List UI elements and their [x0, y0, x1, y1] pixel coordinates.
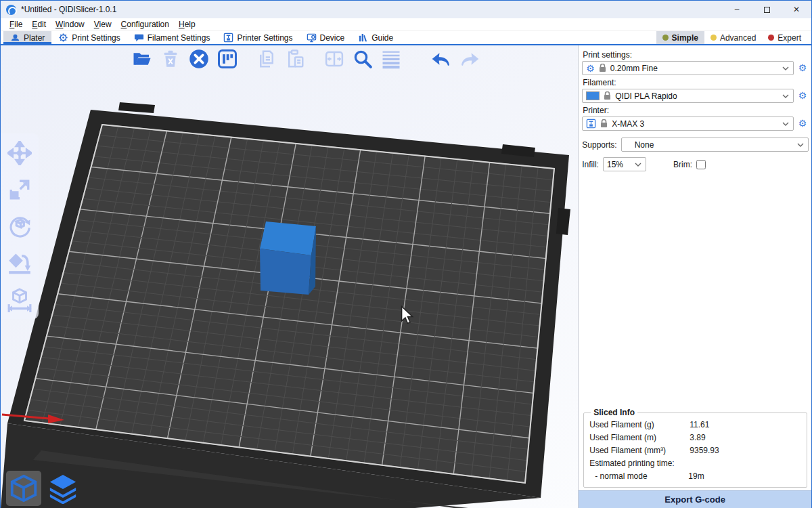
- mode-label: Simple: [672, 33, 698, 43]
- editor-view-button[interactable]: [6, 471, 41, 506]
- app-logo-icon: [6, 5, 16, 15]
- advanced-mode-dot-icon: [710, 35, 717, 41]
- print-settings-edit-button[interactable]: ⚙: [796, 63, 809, 73]
- tab-print-settings[interactable]: Print Settings: [51, 31, 127, 44]
- place-on-face-tool-button[interactable]: [7, 250, 32, 276]
- tab-label: Guide: [371, 33, 393, 43]
- tab-plater[interactable]: Plater: [3, 31, 51, 44]
- menu-bar: File Edit Window View Configuration Help: [1, 18, 811, 31]
- scale-icon: [7, 177, 32, 202]
- open-folder-icon: [132, 49, 152, 69]
- sliced-info-row: Used Filament (mm³) 9359.93: [588, 444, 803, 457]
- tab-filament-settings[interactable]: Filament Settings: [127, 31, 217, 44]
- view-mode-toggles: [6, 471, 81, 506]
- gear-icon: ⚙: [798, 90, 807, 101]
- chevron-down-icon: [635, 163, 641, 167]
- menu-file[interactable]: File: [5, 19, 27, 30]
- open-folder-button[interactable]: [131, 48, 153, 70]
- paste-button[interactable]: [284, 48, 306, 70]
- estimated-time-label-row: Estimated printing time:: [588, 457, 803, 470]
- printer-preset-icon: [586, 119, 596, 129]
- cube-model[interactable]: [260, 221, 316, 295]
- redo-button[interactable]: [459, 48, 480, 70]
- chevron-down-icon: [797, 143, 804, 147]
- title-bar: *Untitled - QIDISlicer-1.0.1 – ✕: [1, 1, 811, 18]
- chevron-down-icon: [782, 66, 789, 70]
- printer-label: Printer:: [583, 106, 809, 115]
- redo-icon: [459, 48, 480, 70]
- move-tool-button[interactable]: [7, 140, 32, 166]
- print-settings-label: Print settings:: [583, 50, 809, 60]
- bed-clip: [118, 102, 155, 113]
- measure-icon: [7, 287, 32, 312]
- menu-window[interactable]: Window: [51, 19, 89, 30]
- gizmo-toolbar: [1, 133, 39, 319]
- tab-label: Plater: [24, 33, 45, 43]
- preview-view-button[interactable]: [45, 471, 81, 506]
- supports-select[interactable]: None: [621, 137, 809, 152]
- filament-color-swatch: [586, 91, 600, 100]
- window-title: *Untitled - QIDISlicer-1.0.1: [21, 5, 116, 14]
- search-button[interactable]: [352, 48, 374, 70]
- tab-guide[interactable]: Guide: [351, 31, 400, 44]
- mode-expert[interactable]: Expert: [762, 31, 807, 44]
- mode-advanced[interactable]: Advanced: [704, 31, 762, 44]
- delete-button[interactable]: [160, 48, 181, 70]
- variable-layer-height-button[interactable]: [380, 48, 402, 70]
- mode-switcher: Simple Advanced Expert: [656, 31, 811, 44]
- menu-configuration[interactable]: Configuration: [116, 19, 174, 30]
- close-button[interactable]: ✕: [782, 1, 811, 18]
- copy-icon: [256, 49, 277, 69]
- lock-icon: [604, 91, 611, 100]
- print-settings-select[interactable]: ⚙ 0.20mm Fine: [582, 61, 794, 75]
- tab-label: Print Settings: [72, 33, 120, 43]
- menu-help[interactable]: Help: [174, 19, 200, 30]
- undo-icon: [430, 48, 452, 70]
- plater-icon: [10, 33, 20, 43]
- menu-edit[interactable]: Edit: [27, 19, 51, 30]
- guide-icon: [358, 33, 368, 43]
- filament-edit-button[interactable]: ⚙: [796, 91, 809, 101]
- place-on-face-icon: [7, 250, 32, 276]
- tab-label: Device: [320, 33, 345, 43]
- split-objects-icon: [324, 49, 344, 69]
- lock-icon: [600, 119, 608, 128]
- gear-icon: ⚙: [798, 62, 807, 73]
- arrange-button[interactable]: [217, 48, 238, 70]
- printer-edit-button[interactable]: ⚙: [796, 119, 809, 129]
- sliced-info-row: Used Filament (g) 11.61: [588, 419, 803, 431]
- brim-checkbox[interactable]: [696, 160, 706, 169]
- infill-select[interactable]: 15%: [603, 157, 646, 171]
- measure-tool-button[interactable]: [7, 287, 32, 312]
- infill-label: Infill:: [582, 160, 599, 169]
- tab-printer-settings[interactable]: Printer Settings: [217, 31, 299, 44]
- export-gcode-button[interactable]: Export G-code: [579, 490, 811, 508]
- rotate-tool-button[interactable]: [7, 213, 32, 239]
- split-objects-button[interactable]: [323, 48, 345, 70]
- print-settings-value: 0.20mm Fine: [610, 64, 778, 73]
- tab-device[interactable]: Device: [300, 31, 352, 44]
- delete-all-button[interactable]: [188, 48, 210, 70]
- undo-button[interactable]: [430, 48, 452, 70]
- bed-clip: [556, 208, 570, 235]
- settings-sidebar: Print settings: ⚙ 0.20mm Fine ⚙ Filament…: [579, 45, 811, 508]
- search-icon: [353, 49, 373, 69]
- plater-toolbar: [131, 48, 480, 70]
- mode-simple[interactable]: Simple: [656, 31, 704, 44]
- mode-label: Advanced: [720, 33, 756, 43]
- printer-select[interactable]: X-MAX 3: [582, 117, 794, 131]
- mode-label: Expert: [777, 33, 801, 43]
- filament-select[interactable]: QIDI PLA Rapido: [582, 89, 794, 103]
- scale-tool-button[interactable]: [7, 177, 32, 203]
- copy-button[interactable]: [256, 48, 277, 70]
- gear-icon: ⚙: [798, 118, 807, 129]
- tab-bar: Plater Print Settings Filament Settings …: [1, 31, 811, 45]
- maximize-button[interactable]: [752, 1, 782, 18]
- filament-label: Filament:: [583, 78, 809, 87]
- 3d-viewport[interactable]: [1, 45, 579, 508]
- sliced-info-panel: Sliced Info Used Filament (g) 11.61 Used…: [583, 408, 807, 488]
- menu-view[interactable]: View: [89, 19, 116, 30]
- print-settings-gear-icon: [58, 33, 68, 43]
- minimize-button[interactable]: –: [722, 1, 752, 18]
- variable-layer-height-icon: [381, 49, 401, 69]
